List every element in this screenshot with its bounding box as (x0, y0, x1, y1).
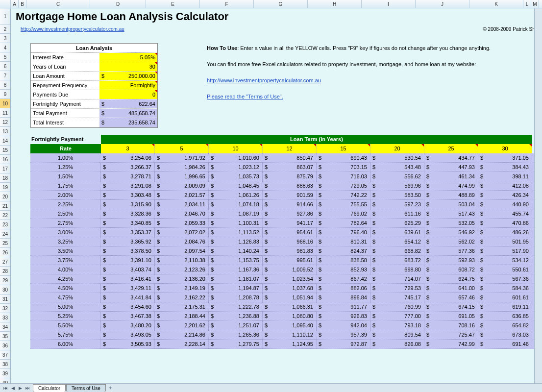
comment-indicator-icon[interactable] (529, 144, 532, 147)
comment-indicator-icon[interactable] (314, 144, 316, 147)
select-all-corner[interactable] (0, 0, 11, 8)
comment-indicator-icon[interactable] (155, 90, 157, 93)
col-header-C[interactable]: C (26, 0, 90, 8)
loan-value-cell[interactable]: $250,000.00 (99, 72, 157, 80)
payment-value: 1,181.07 (238, 276, 259, 282)
col-header-D[interactable]: D (90, 0, 146, 8)
col-header-K[interactable]: K (469, 0, 523, 8)
col-header-G[interactable]: G (254, 0, 308, 8)
row-header-21[interactable]: 21 (0, 201, 10, 211)
loan-value-cell[interactable]: 30 (99, 62, 157, 71)
row-header-28[interactable]: 28 (0, 267, 10, 276)
row-header-23[interactable]: 23 (0, 220, 10, 229)
dollar-sign: $ (319, 209, 321, 219)
col-header-B[interactable]: B (19, 0, 26, 8)
row-header-27[interactable]: 27 (0, 257, 10, 267)
row-header-16[interactable]: 16 (0, 155, 10, 164)
year-header-5[interactable]: 5 (155, 144, 209, 153)
row-header-13[interactable]: 13 (0, 127, 10, 136)
col-header-E[interactable]: E (146, 0, 200, 8)
row-header-4[interactable]: 4 (0, 43, 10, 52)
col-header-F[interactable]: F (200, 0, 254, 8)
loan-value: 235,658.74 (128, 120, 155, 125)
loan-value-cell[interactable]: Fortnightly (99, 81, 157, 90)
col-header-J[interactable]: J (416, 0, 469, 8)
row-header-2[interactable]: 2 (0, 24, 10, 34)
row-header-31[interactable]: 31 (0, 294, 10, 304)
row-header-6[interactable]: 6 (0, 62, 10, 71)
comment-indicator-icon[interactable] (368, 144, 370, 147)
year-header-10[interactable]: 10 (209, 144, 263, 153)
row-header-32[interactable]: 32 (0, 304, 10, 313)
nav-prev-icon[interactable]: ◀ (9, 385, 16, 392)
col-header-H[interactable]: H (308, 0, 362, 8)
row-header-30[interactable]: 30 (0, 285, 10, 294)
row-header-29[interactable]: 29 (0, 276, 10, 285)
col-header-L[interactable]: L (523, 0, 531, 8)
row-header-1[interactable]: 1 (0, 8, 10, 24)
row-header-25[interactable]: 25 (0, 239, 10, 248)
nav-next-icon[interactable]: ▶ (17, 385, 24, 392)
row-header-24[interactable]: 24 (0, 229, 10, 239)
year-header-30[interactable]: 30 (478, 144, 532, 153)
year-header-25[interactable]: 25 (424, 144, 478, 153)
new-sheet-icon[interactable]: ✦ (108, 385, 112, 391)
payment-value: 584.36 (512, 285, 529, 291)
row-header-9[interactable]: 9 (0, 90, 10, 99)
payment-cell: $850.47 (263, 153, 317, 162)
year-header-12[interactable]: 12 (263, 144, 317, 153)
comment-indicator-icon[interactable] (260, 144, 262, 147)
nav-last-icon[interactable]: ⏭ (24, 385, 31, 392)
row-header-26[interactable]: 26 (0, 248, 10, 257)
comment-indicator-icon[interactable] (206, 144, 208, 147)
row-header-34[interactable]: 34 (0, 322, 10, 332)
howto-link1[interactable]: http://www.investmentpropertycalculator.… (207, 77, 321, 83)
howto-link2[interactable]: Please read the "Terms of Use". (207, 94, 283, 99)
howto-box: How To Use: Enter a value in all the YEL… (207, 43, 520, 128)
row-header-20[interactable]: 20 (0, 192, 10, 201)
payment-cell: $708.16 (424, 321, 478, 330)
row-header-38[interactable]: 38 (0, 360, 10, 369)
comment-indicator-icon[interactable] (155, 53, 157, 55)
nav-first-icon[interactable]: ⏮ (2, 385, 9, 392)
website-link[interactable]: http://www.investmentpropertycalculator.… (21, 24, 124, 34)
row-header-33[interactable]: 33 (0, 313, 10, 322)
payment-cell: $1,996.65 (155, 172, 209, 181)
dollar-sign: $ (157, 153, 160, 163)
tab-calculator[interactable]: Calculator (33, 384, 66, 392)
row-header-14[interactable]: 14 (0, 136, 10, 146)
row-header-7[interactable]: 7 (0, 71, 10, 80)
row-header-10[interactable]: 10 (0, 99, 10, 108)
row-header-11[interactable]: 11 (0, 108, 10, 118)
row-header-36[interactable]: 36 (0, 341, 10, 350)
loan-value-cell[interactable]: 0 (99, 90, 157, 99)
row-header-35[interactable]: 35 (0, 332, 10, 341)
comment-indicator-icon[interactable] (155, 72, 157, 74)
row-header-5[interactable]: 5 (0, 52, 10, 62)
comment-indicator-icon[interactable] (152, 144, 154, 147)
row-header-15[interactable]: 15 (0, 146, 10, 155)
comment-indicator-icon[interactable] (421, 144, 424, 147)
loan-value-cell[interactable]: 5.05% (99, 53, 157, 62)
year-header-20[interactable]: 20 (370, 144, 424, 153)
row-header-37[interactable]: 37 (0, 350, 10, 360)
row-header-22[interactable]: 22 (0, 211, 10, 220)
tab-terms-of-use[interactable]: Terms of Use (66, 384, 106, 392)
table-row: 3.50%$3,378.50$2,097.54$1,140.24$981.83$… (30, 246, 542, 256)
row-header-12[interactable]: 12 (0, 118, 10, 127)
year-header-15[interactable]: 15 (317, 144, 370, 153)
row-header-17[interactable]: 17 (0, 164, 10, 173)
row-header-19[interactable]: 19 (0, 183, 10, 192)
row-header-39[interactable]: 39 (0, 369, 10, 378)
comment-indicator-icon[interactable] (155, 62, 157, 65)
row-header-3[interactable]: 3 (0, 34, 10, 43)
row-header-18[interactable]: 18 (0, 173, 10, 183)
year-header-3[interactable]: 3 (101, 144, 155, 153)
col-header-I[interactable]: I (362, 0, 416, 8)
col-header-M[interactable]: M (531, 0, 539, 8)
row-header-8[interactable]: 8 (0, 80, 10, 90)
comment-indicator-icon[interactable] (155, 81, 157, 83)
vertical-scrollbar[interactable] (534, 8, 542, 383)
col-header-A[interactable]: A (11, 0, 19, 8)
comment-indicator-icon[interactable] (475, 144, 478, 147)
